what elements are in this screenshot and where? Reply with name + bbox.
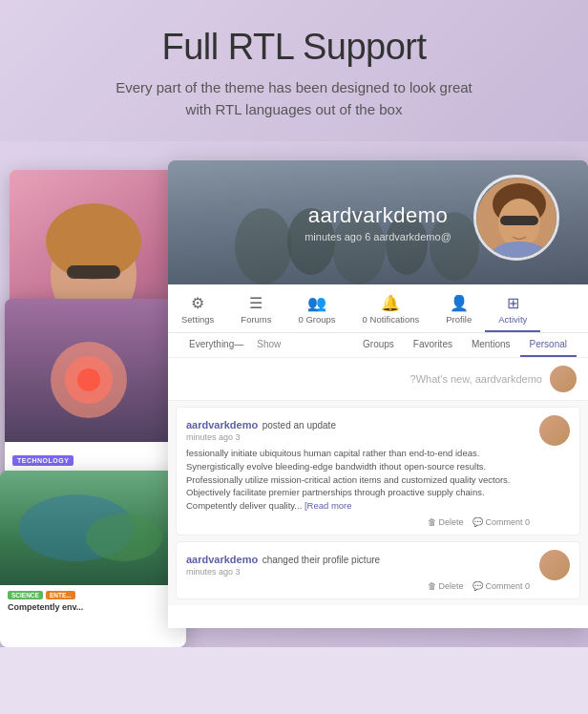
profile-nav-bar: ⚙ Settings ☰ Forums 👥 0 Groups 🔔 0 Notif… [168, 284, 588, 333]
comment-count-1: Comment 0 [485, 517, 530, 527]
aerial-tags: SCIENCE ENTE... [8, 591, 178, 599]
feed-item-2-layout: aardvarkdemo changed their profile pictu… [186, 550, 570, 591]
aerial-card: SCIENCE ENTE... Competently env... [0, 471, 186, 647]
profile-header: aardvarkdemo minutes ago 6 aardvarkdemo@ [168, 160, 588, 284]
sub-nav-mentions[interactable]: Mentions [462, 333, 520, 357]
feed-username-1[interactable]: aardvarkdemo [186, 419, 258, 430]
feed-item-header: aardvarkdemo posted an update minutes ag… [186, 415, 530, 442]
feed-item-layout: aardvarkdemo posted an update minutes ag… [186, 415, 570, 527]
feed-actions-1: 🗑 Delete 💬 Comment 0 [186, 517, 530, 527]
sub-nav-groups[interactable]: Groups [353, 333, 404, 357]
feed-item-2-content: aardvarkdemo changed their profile pictu… [186, 550, 530, 591]
tech-illustration [5, 299, 172, 442]
sub-nav-personal[interactable]: Personal [520, 333, 577, 357]
delete-button-1[interactable]: 🗑 Delete [428, 517, 463, 527]
delete-label-1: Delete [438, 517, 463, 527]
settings-label: Settings [181, 314, 214, 325]
delete-label-2: Delete [438, 581, 463, 591]
feed-avatar-2 [539, 550, 570, 580]
profile-username: aardvarkdemo [304, 203, 452, 228]
aerial-card-content: SCIENCE ENTE... Competently env... [0, 585, 186, 647]
hero-title: Full RTL Support [38, 27, 550, 68]
main-profile-card: aardvarkdemo minutes ago 6 aardvarkdemo@ [168, 160, 588, 628]
read-more-link[interactable]: [Read more [304, 500, 352, 511]
feed-item-1: aardvarkdemo posted an update minutes ag… [176, 407, 580, 536]
groups-icon: 👥 [307, 296, 326, 311]
sub-nav-right: Groups Favorites Mentions Personal [353, 333, 577, 357]
tech-image [5, 299, 172, 442]
nav-groups[interactable]: 👥 0 Groups [285, 292, 349, 332]
aerial-image [0, 471, 186, 585]
comment-icon-1: 💬 [472, 517, 483, 527]
whats-new-avatar [550, 366, 577, 392]
comment-button-2[interactable]: 💬 Comment 0 [472, 581, 530, 591]
delete-icon-2: 🗑 [428, 581, 436, 591]
feed-username-2[interactable]: aardvarkdemo [186, 554, 258, 565]
sub-nav-everything[interactable]: Everything— [179, 333, 253, 357]
comment-icon-2: 💬 [472, 581, 483, 591]
comment-button-1[interactable]: 💬 Comment 0 [472, 517, 530, 527]
whats-new-text[interactable]: ?What's new, aardvarkdemo [179, 373, 542, 385]
notifications-label: 0 Notifications [363, 314, 420, 325]
profile-icon: 👤 [450, 296, 469, 311]
profile-label: Profile [446, 314, 472, 325]
nav-notifications[interactable]: 🔔 0 Notifications [349, 292, 433, 332]
nav-forums[interactable]: ☰ Forums [227, 292, 284, 332]
delete-button-2[interactable]: 🗑 Delete [428, 581, 463, 591]
feed-time-1: minutes ago 3 [186, 432, 336, 442]
aerial-illustration [0, 471, 186, 585]
sub-nav-favorites[interactable]: Favorites [404, 333, 462, 357]
whats-new-bar: ?What's new, aardvarkdemo [168, 358, 588, 401]
comment-count-2: Comment 0 [485, 581, 530, 591]
entertainment-tag: ENTE... [46, 591, 75, 599]
nav-activity[interactable]: ⊞ Activity [485, 292, 540, 332]
feed-item-meta: aardvarkdemo posted an update minutes ag… [186, 415, 336, 442]
profile-avatar [473, 175, 559, 261]
feed-actions-2: 🗑 Delete 💬 Comment 0 [186, 581, 530, 591]
feed-text-1: fessionally initiate ubiquitous human ca… [186, 447, 530, 513]
feed-posted-2: changed their profile picture [262, 555, 380, 565]
aerial-card-text: Competently env... [8, 602, 178, 614]
activity-label: Activity [498, 314, 527, 325]
profile-meta: minutes ago 6 aardvarkdemo@ [304, 231, 452, 242]
sub-nav-show[interactable]: Show [253, 333, 284, 357]
online-indicator [547, 248, 555, 256]
feed-item-2: aardvarkdemo changed their profile pictu… [176, 541, 580, 599]
feed-item-2-header: aardvarkdemo changed their profile pictu… [186, 550, 530, 577]
science-tag: SCIENCE [8, 591, 43, 599]
feed-time-2: minutes ago 3 [186, 567, 380, 577]
delete-icon-1: 🗑 [428, 517, 436, 527]
activity-feed: aardvarkdemo posted an update minutes ag… [168, 401, 588, 605]
nav-settings[interactable]: ⚙ Settings [168, 292, 227, 332]
nav-profile[interactable]: 👤 Profile [432, 292, 485, 332]
groups-label: 0 Groups [299, 314, 336, 325]
notifications-icon: 🔔 [381, 296, 400, 311]
sub-nav: Everything— Show Groups Favorites Mentio… [168, 333, 588, 358]
feed-item-content: aardvarkdemo posted an update minutes ag… [186, 415, 530, 527]
settings-icon: ⚙ [191, 296, 204, 311]
feed-posted-1: posted an update [262, 420, 336, 430]
forums-icon: ☰ [249, 296, 262, 311]
svg-point-8 [77, 368, 100, 391]
svg-point-13 [235, 208, 292, 284]
technology-tag: TECHNOLOGY [12, 455, 74, 466]
hero-subtitle: Every part of the theme has been designe… [103, 77, 485, 120]
forums-label: Forums [241, 314, 271, 325]
activity-icon: ⊞ [507, 296, 519, 311]
hero-section: Full RTL Support Every part of the theme… [0, 0, 588, 141]
feed-item-2-meta: aardvarkdemo changed their profile pictu… [186, 550, 380, 577]
svg-rect-21 [500, 216, 538, 225]
cards-area: TECHNOLOGY Conveniently access to profe.… [0, 141, 588, 647]
svg-point-11 [86, 514, 162, 561]
svg-rect-3 [67, 265, 120, 279]
profile-info: aardvarkdemo minutes ago 6 aardvarkdemo@ [304, 203, 452, 242]
feed-avatar-1 [539, 415, 570, 446]
